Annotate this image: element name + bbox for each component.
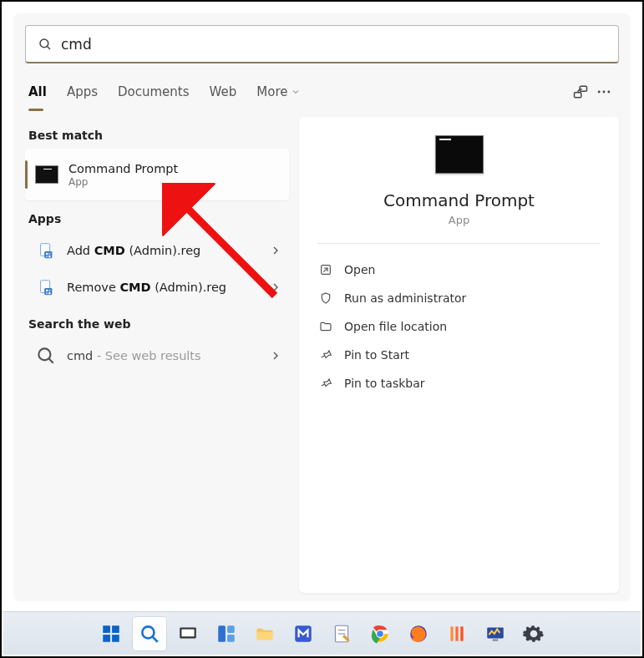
- tab-more[interactable]: More: [256, 79, 301, 104]
- search-across-devices-button[interactable]: [569, 80, 592, 104]
- search-icon: [38, 37, 53, 52]
- svg-rect-31: [218, 625, 226, 642]
- svg-point-27: [142, 626, 154, 638]
- action-run-admin[interactable]: Run as administrator: [317, 284, 601, 312]
- svg-point-19: [38, 348, 50, 360]
- svg-point-5: [603, 91, 606, 94]
- result-title: Add CMD (Admin).reg: [67, 243, 269, 258]
- result-subtitle: App: [68, 176, 282, 188]
- taskbar-app-lines[interactable]: [440, 617, 474, 650]
- chevron-down-icon: [291, 87, 301, 97]
- regfile-icon: [35, 276, 57, 298]
- result-web-cmd[interactable]: cmd - See web results: [25, 337, 289, 374]
- svg-rect-16: [48, 290, 50, 291]
- folder-icon: [319, 320, 332, 333]
- result-title: Remove CMD (Admin).reg: [67, 280, 269, 295]
- tab-more-label: More: [256, 84, 287, 99]
- taskbar-start[interactable]: [94, 617, 128, 650]
- start-search-panel: All Apps Documents Web More Best match C…: [13, 13, 631, 601]
- results-column: Best match Command Prompt App Apps Add C…: [25, 117, 299, 593]
- regfile-icon: [35, 240, 57, 261]
- svg-rect-9: [46, 253, 48, 255]
- svg-rect-12: [48, 256, 50, 257]
- chevron-right-icon: [269, 244, 282, 257]
- svg-rect-26: [112, 635, 119, 642]
- detail-title: Command Prompt: [383, 190, 535, 210]
- taskbar-notepad[interactable]: [325, 617, 358, 650]
- svg-rect-34: [256, 631, 273, 640]
- chevron-right-icon: [269, 281, 282, 294]
- action-open-location[interactable]: Open file location: [317, 312, 601, 341]
- result-app-remove-cmd-reg[interactable]: Remove CMD (Admin).reg: [25, 269, 289, 306]
- taskbar-firefox[interactable]: [402, 617, 435, 650]
- heading-apps: Apps: [28, 212, 289, 225]
- pin-icon: [319, 377, 332, 390]
- action-label: Pin to Start: [344, 348, 409, 362]
- result-title: Command Prompt: [68, 161, 282, 176]
- svg-rect-15: [46, 290, 48, 291]
- svg-rect-17: [46, 292, 48, 294]
- taskbar-app-m[interactable]: [287, 617, 320, 650]
- action-label: Run as administrator: [344, 291, 466, 305]
- tab-web[interactable]: Web: [210, 79, 237, 104]
- result-best-command-prompt[interactable]: Command Prompt App: [25, 149, 289, 200]
- detail-pane: Command Prompt App Open Run as administr…: [299, 117, 619, 593]
- more-options-button[interactable]: [592, 80, 616, 104]
- chevron-right-icon: [269, 349, 282, 362]
- svg-rect-18: [48, 292, 50, 294]
- taskbar-widgets[interactable]: [210, 617, 243, 650]
- svg-rect-14: [44, 288, 52, 295]
- svg-rect-10: [48, 253, 50, 255]
- svg-line-28: [152, 636, 157, 641]
- taskbar-settings[interactable]: [517, 617, 550, 650]
- taskbar-chrome[interactable]: [363, 617, 397, 650]
- action-label: Open: [344, 263, 375, 276]
- pin-icon: [319, 348, 332, 362]
- search-box[interactable]: [25, 25, 619, 63]
- search-icon: [35, 345, 57, 367]
- svg-rect-11: [46, 256, 48, 257]
- heading-search-web: Search the web: [28, 317, 289, 331]
- search-input[interactable]: [61, 36, 606, 53]
- action-open[interactable]: Open: [317, 256, 601, 284]
- svg-point-6: [607, 91, 610, 94]
- command-prompt-icon: [35, 165, 58, 184]
- action-pin-taskbar[interactable]: Pin to taskbar: [317, 369, 601, 397]
- svg-rect-45: [460, 626, 463, 640]
- svg-line-20: [49, 359, 53, 363]
- svg-point-4: [598, 91, 601, 94]
- svg-rect-44: [455, 626, 458, 640]
- svg-rect-30: [181, 629, 194, 636]
- shield-icon: [319, 291, 332, 305]
- action-label: Pin to taskbar: [344, 377, 425, 390]
- heading-best-match: Best match: [28, 129, 289, 142]
- taskbar-search[interactable]: [133, 617, 166, 650]
- command-prompt-icon: [435, 135, 484, 174]
- svg-line-1: [47, 46, 50, 49]
- svg-rect-47: [492, 639, 498, 640]
- result-app-add-cmd-reg[interactable]: Add CMD (Admin).reg: [25, 232, 289, 269]
- taskbar: [3, 611, 641, 655]
- svg-rect-2: [575, 93, 581, 98]
- svg-rect-43: [450, 626, 453, 640]
- svg-rect-8: [44, 251, 52, 258]
- action-label: Open file location: [344, 320, 447, 333]
- taskbar-app-monitor[interactable]: [479, 617, 512, 650]
- svg-rect-24: [112, 625, 119, 633]
- result-title: cmd - See web results: [67, 348, 269, 363]
- detail-subtitle: App: [449, 214, 469, 226]
- taskbar-explorer[interactable]: [248, 617, 281, 650]
- taskbar-taskview[interactable]: [171, 617, 205, 650]
- tab-documents[interactable]: Documents: [118, 79, 190, 104]
- svg-point-0: [40, 39, 48, 48]
- svg-rect-25: [103, 635, 110, 642]
- tab-all[interactable]: All: [28, 79, 47, 104]
- filter-tabs: All Apps Documents Web More: [28, 75, 616, 109]
- open-icon: [319, 263, 332, 276]
- tab-apps[interactable]: Apps: [67, 79, 98, 104]
- action-pin-start[interactable]: Pin to Start: [317, 341, 601, 369]
- svg-rect-32: [227, 625, 235, 633]
- svg-rect-33: [227, 635, 235, 642]
- svg-rect-23: [103, 625, 110, 633]
